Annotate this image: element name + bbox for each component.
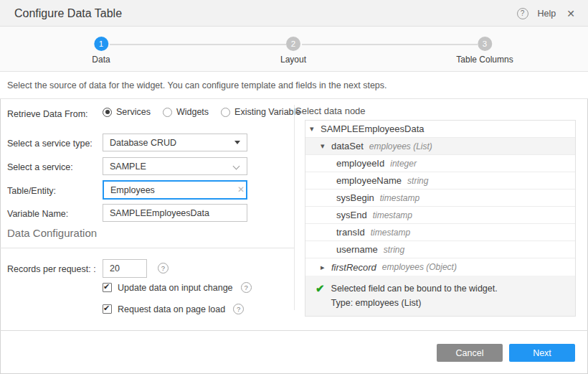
checkmark-icon: ✔ (103, 282, 110, 291)
header-actions: ? Help ✕ (517, 0, 577, 27)
table-entity-label: Table/Entity: (7, 186, 56, 196)
retrieve-data-from-label: Retrieve Data From: (7, 109, 88, 119)
tree-row-sysbegin[interactable]: sysBegin timestamp (305, 190, 575, 207)
step-data[interactable]: 1 Data (92, 37, 110, 65)
expand-right-icon[interactable]: ▸ (321, 263, 331, 272)
dialog-header: Configure Data Table ? Help ✕ (0, 0, 588, 27)
data-configuration-heading: Data Configuration (7, 227, 97, 239)
request-data-help-icon[interactable]: ? (233, 304, 244, 314)
section-divider (0, 248, 294, 248)
retrieve-source-radio-group: Services Widgets Existing Variable (103, 107, 300, 117)
help-link[interactable]: Help (538, 9, 556, 19)
request-data-label: Request data on page load (118, 304, 225, 314)
tree-row-employeeid[interactable]: employeeId integer (305, 155, 575, 172)
checkmark-icon: ✔ (103, 304, 110, 313)
expand-down-icon[interactable]: ▾ (310, 124, 321, 134)
column-divider (294, 105, 295, 310)
step-table-columns[interactable]: 3 Table Columns (456, 37, 513, 65)
service-select[interactable]: SAMPLE (103, 157, 247, 175)
select-data-node-heading: Select data node (295, 106, 366, 116)
tree-row-sysend[interactable]: sysEnd timestamp (305, 207, 575, 224)
success-check-icon: ✔ (316, 282, 325, 310)
service-type-label: Select a service type: (7, 139, 93, 149)
tree-row-employeename[interactable]: employeeName string (305, 172, 575, 190)
cancel-button[interactable]: Cancel (437, 344, 503, 362)
records-per-request-input[interactable] (103, 259, 147, 278)
tree-row-firstrecord[interactable]: ▸ firstRecord employees (Object) (305, 258, 575, 276)
step-connector-1 (110, 44, 286, 45)
update-data-label: Update data on input change (118, 283, 233, 293)
step-connector-2 (302, 44, 478, 45)
chevron-down-icon (233, 163, 240, 170)
step-1-circle: 1 (94, 37, 108, 51)
expand-down-icon[interactable]: ▾ (321, 141, 331, 151)
tree-row-transid[interactable]: transId timestamp (305, 224, 575, 241)
service-type-select[interactable]: Database CRUD (103, 134, 247, 151)
close-icon[interactable]: ✕ (565, 6, 577, 21)
next-button[interactable]: Next (509, 344, 575, 362)
tree-row-username[interactable]: username string (305, 241, 575, 258)
radio-existing-variable[interactable]: Existing Variable (221, 107, 300, 117)
step-layout[interactable]: 2 Layout (280, 37, 306, 65)
tree-row-dataset[interactable]: ▾ dataSet employees (List) (305, 138, 575, 155)
clear-icon[interactable]: ✕ (237, 184, 245, 195)
wizard-description: Select the source of data for the widget… (0, 72, 588, 99)
binding-message-line2: Type: employees (List) (331, 298, 422, 308)
step-3-label: Table Columns (456, 55, 513, 65)
dropdown-caret-icon (234, 141, 240, 144)
table-entity-input[interactable] (103, 180, 247, 200)
radio-unselected-icon (221, 108, 230, 117)
step-3-circle: 3 (478, 37, 492, 51)
help-icon[interactable]: ? (517, 8, 528, 19)
dialog-title: Configure Data Table (14, 0, 122, 27)
step-2-label: Layout (280, 55, 306, 65)
step-1-label: Data (92, 55, 110, 65)
radio-widgets[interactable]: Widgets (163, 107, 209, 117)
configure-data-table-dialog: Configure Data Table ? Help ✕ 1 Data 2 L… (0, 0, 588, 374)
variable-name-input[interactable] (103, 204, 247, 222)
data-node-tree: ▾ SAMPLEEmployeesData ▾ dataSet employee… (305, 120, 576, 317)
footer-divider (0, 330, 588, 331)
radio-unselected-icon (163, 108, 172, 117)
step-2-circle: 2 (286, 37, 300, 51)
update-data-checkbox-row: ✔ Update data on input change ? (103, 282, 252, 293)
variable-name-label: Variable Name: (7, 209, 68, 219)
update-data-help-icon[interactable]: ? (241, 282, 252, 293)
radio-services[interactable]: Services (103, 107, 151, 117)
radio-selected-icon (103, 108, 112, 117)
request-data-checkbox-row: ✔ Request data on page load ? (103, 304, 244, 314)
binding-message-line1: Selected field can be bound to the widge… (331, 284, 498, 294)
binding-status-message: ✔ Selected field can be bound to the wid… (305, 276, 575, 316)
tree-row-root[interactable]: ▾ SAMPLEEmployeesData (305, 121, 575, 138)
service-label: Select a service: (7, 162, 73, 172)
request-data-checkbox[interactable]: ✔ (103, 304, 112, 314)
records-help-icon[interactable]: ? (158, 263, 169, 274)
update-data-checkbox[interactable]: ✔ (103, 283, 112, 292)
step-wizard: 1 Data 2 Layout 3 Table Columns (0, 27, 588, 72)
records-per-request-label: Records per request: : (7, 264, 96, 274)
